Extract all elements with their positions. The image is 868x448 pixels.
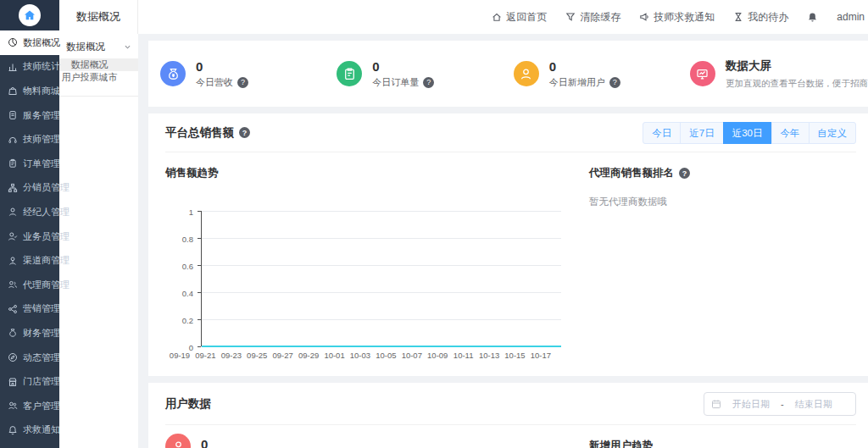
secondary-sidebar: 数据概况 数据概况 用户投票城市	[59, 34, 138, 448]
stat-label: 今日新增用户	[549, 76, 605, 89]
submenu-item-user-vote-city[interactable]: 用户投票城市	[59, 71, 138, 84]
gridline: 0.8	[202, 238, 561, 239]
tab-this-year[interactable]: 今年	[771, 122, 810, 144]
end-date-input[interactable]	[787, 399, 840, 409]
nav-technician-sos-notice[interactable]: 技师求救通知	[639, 10, 715, 25]
sales-trend-chart: 销售额趋势 1 0.8 0.6 0.4 0.2 0 09-19 09-21	[165, 161, 589, 360]
funnel-icon	[565, 12, 576, 22]
sidebar-item-label: 技师统计	[23, 60, 60, 73]
y-tick-label: 0	[189, 343, 193, 352]
line-chart-plot-area: 1 0.8 0.6 0.4 0.2 0	[201, 211, 561, 346]
header-nav: 返回首页 清除缓存 技师求救通知 我的待办 admin	[492, 10, 868, 25]
tab-today[interactable]: 今日	[643, 122, 681, 144]
app-logo[interactable]	[0, 0, 59, 30]
clipboard-icon	[337, 61, 362, 86]
sidebar-item-label: 求救通知	[23, 423, 60, 436]
stat-card-orders: 0 今日订单量?	[337, 59, 513, 89]
x-tick-label: 09-29	[296, 351, 321, 360]
start-date-input[interactable]	[725, 399, 777, 409]
y-tick-label: 0.2	[182, 316, 193, 325]
sidebar-item-material-mall[interactable]: 物料商城	[0, 79, 59, 103]
home-logo-icon	[19, 4, 41, 26]
clipboard-icon	[8, 158, 18, 169]
stat-value: 0	[196, 59, 248, 74]
x-tick-label: 10-07	[399, 351, 425, 360]
sidebar-item-order-mgmt[interactable]: 订单管理	[0, 152, 59, 176]
x-tick-label: 10-11	[451, 351, 476, 360]
x-tick-label: 09-25	[244, 351, 270, 360]
user-stat-icon	[165, 434, 191, 448]
sales-trend-line	[202, 344, 561, 349]
sidebar-item-technician-stats[interactable]: 技师统计	[0, 55, 59, 80]
data-screen-subtitle: 更加直观的查看平台数据，便于招商	[726, 78, 868, 90]
x-tick-label: 10-15	[502, 351, 527, 360]
line-chart: 1 0.8 0.6 0.4 0.2 0 09-19 09-21 09-23 09…	[165, 211, 589, 360]
pie-chart-icon	[8, 37, 18, 47]
notification-bell-icon[interactable]	[807, 12, 818, 23]
y-tick-label: 1	[189, 207, 193, 217]
nav-clear-cache[interactable]: 清除缓存	[565, 10, 620, 25]
x-axis-labels: 09-19 09-21 09-23 09-25 09-27 09-29 10-0…	[167, 351, 554, 360]
sidebar-item-salesman-mgmt[interactable]: 业务员管理	[0, 224, 59, 249]
org-chart-icon	[8, 183, 18, 193]
nav-label: 返回首页	[506, 10, 547, 25]
page-tab[interactable]: 数据概况	[59, 0, 138, 34]
primary-sidebar: 数据概况 技师统计 物料商城 服务管理 技师管理 订单管理 分销员管理 经纪人	[0, 0, 59, 448]
users-icon	[8, 279, 18, 290]
gridline: 1	[202, 211, 561, 212]
help-icon[interactable]: ?	[237, 77, 248, 88]
sidebar-item-label: 分销员管理	[23, 181, 70, 194]
gridline: 0.2	[202, 319, 561, 320]
nav-my-todo[interactable]: 我的待办	[733, 10, 788, 25]
storefront-icon	[8, 377, 18, 387]
y-tick-label: 0.4	[182, 289, 193, 298]
tab-custom[interactable]: 自定义	[809, 122, 857, 144]
user-data-header: 用户数据 -	[165, 383, 856, 425]
sidebar-item-customer-mgmt[interactable]: 客户管理	[0, 394, 59, 418]
stat-value: 0	[372, 59, 434, 74]
compass-icon	[8, 352, 18, 362]
sidebar-item-finance-mgmt[interactable]: 财务管理	[0, 321, 59, 346]
gridline: 0.6	[202, 265, 561, 266]
sidebar-item-broker-mgmt[interactable]: 经纪人管理	[0, 200, 59, 224]
sidebar-menu: 数据概况 技师统计 物料商城 服务管理 技师管理 订单管理 分销员管理 经纪人	[0, 30, 59, 442]
date-range-picker[interactable]: -	[704, 392, 856, 416]
sidebar-item-label: 营销管理	[23, 302, 60, 315]
stat-card-text: 0 今日营收?	[196, 59, 248, 89]
submenu-item-data-overview[interactable]: 数据概况	[59, 58, 138, 71]
data-screen-card[interactable]: 数据大屏 更加直观的查看平台数据，便于招商	[690, 58, 868, 90]
user-data-body: 0 新增用户趋势	[165, 425, 856, 448]
sidebar-item-technician-mgmt[interactable]: 技师管理	[0, 127, 59, 152]
sidebar-item-sos-notice[interactable]: 求救通知	[0, 418, 59, 443]
sidebar-item-service-mgmt[interactable]: 服务管理	[0, 103, 59, 128]
sidebar-item-marketing-mgmt[interactable]: 营销管理	[0, 297, 59, 322]
stat-label: 今日营收	[196, 76, 233, 89]
sidebar-item-label: 技师管理	[23, 133, 60, 146]
sidebar-item-data-overview[interactable]: 数据概况	[0, 30, 59, 55]
user-menu[interactable]: admin	[837, 11, 865, 23]
date-range-tabs: 今日 近7日 近30日 今年 自定义	[643, 122, 856, 144]
submenu-divider	[59, 96, 138, 97]
sidebar-item-agent-mgmt[interactable]: 代理商管理	[0, 273, 59, 297]
x-tick-label: 10-09	[425, 351, 450, 360]
tab-last-7-days[interactable]: 近7日	[680, 122, 723, 144]
user-stat: 0	[165, 434, 589, 448]
stat-card-text: 0 今日新增用户?	[549, 59, 620, 89]
help-icon[interactable]: ?	[423, 77, 434, 88]
tab-last-30-days[interactable]: 近30日	[723, 122, 772, 144]
money-bag-icon	[8, 328, 18, 338]
nav-label: 技师求救通知	[654, 10, 715, 25]
sidebar-item-label: 物料商城	[23, 85, 60, 97]
help-icon[interactable]: ?	[679, 168, 690, 179]
sidebar-item-label: 订单管理	[23, 158, 60, 170]
help-icon[interactable]: ?	[609, 77, 620, 88]
nav-back-home[interactable]: 返回首页	[492, 10, 547, 25]
sidebar-item-distributor-mgmt[interactable]: 分销员管理	[0, 176, 59, 201]
gridline: 0.4	[202, 292, 561, 293]
sidebar-item-channel-mgmt[interactable]: 渠道商管理	[0, 248, 59, 273]
sidebar-item-news-mgmt[interactable]: 动态管理	[0, 346, 59, 370]
megaphone-icon	[639, 12, 649, 22]
help-icon[interactable]: ?	[239, 127, 250, 138]
sidebar-item-store-mgmt[interactable]: 门店管理	[0, 369, 59, 394]
submenu-group-data-overview[interactable]: 数据概况	[59, 34, 138, 58]
